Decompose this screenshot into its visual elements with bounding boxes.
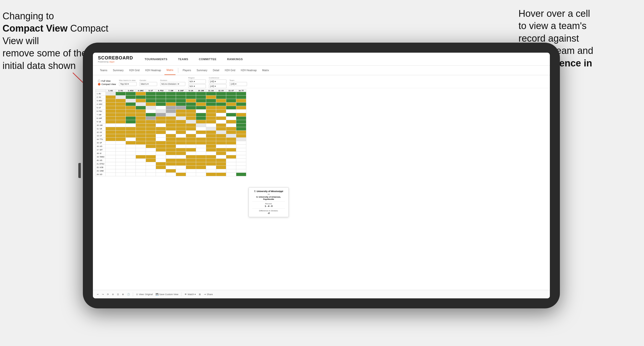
matrix-cell[interactable] [106, 134, 116, 138]
matrix-cell[interactable] [176, 162, 186, 166]
matrix-cell[interactable] [196, 141, 206, 145]
matrix-cell[interactable] [106, 92, 116, 96]
matrix-cell[interactable] [156, 148, 166, 152]
matrix-cell[interactable] [206, 159, 216, 162]
matrix-cell[interactable] [226, 159, 236, 162]
matrix-cell[interactable] [226, 99, 236, 103]
matrix-cell[interactable] [236, 92, 246, 96]
matrix-cell[interactable] [156, 113, 166, 117]
matrix-cell[interactable] [196, 169, 206, 173]
matrix-cell[interactable] [226, 152, 236, 155]
matrix-cell[interactable] [146, 96, 156, 99]
matrix-cell[interactable] [116, 134, 126, 138]
sub-nav-summary1[interactable]: Summary [111, 66, 126, 75]
matrix-cell[interactable] [136, 141, 146, 145]
matrix-cell[interactable] [156, 92, 166, 96]
matrix-cell[interactable] [196, 120, 206, 124]
matrix-cell[interactable] [216, 159, 226, 162]
matrix-cell[interactable] [146, 120, 156, 124]
matrix-cell[interactable] [106, 103, 116, 106]
matrix-cell[interactable] [236, 113, 246, 117]
matrix-cell[interactable] [216, 162, 226, 166]
matrix-cell[interactable] [196, 131, 206, 134]
matrix-cell[interactable] [226, 155, 236, 159]
matrix-cell[interactable] [176, 159, 186, 162]
conference-select[interactable]: (All) ▾ [209, 79, 226, 83]
matrix-cell[interactable] [146, 159, 156, 162]
matrix-cell[interactable] [206, 169, 216, 173]
matrix-cell[interactable] [216, 155, 226, 159]
matrix-cell[interactable] [176, 166, 186, 169]
matrix-cell[interactable] [146, 145, 156, 148]
matrix-cell[interactable] [236, 96, 246, 99]
matrix-cell[interactable] [216, 148, 226, 152]
matrix-cell[interactable] [196, 106, 206, 110]
sub-nav-summary2[interactable]: Summary [195, 66, 209, 75]
matrix-cell[interactable] [166, 110, 176, 113]
matrix-cell[interactable] [186, 134, 196, 138]
matrix-cell[interactable] [226, 169, 236, 173]
matrix-cell[interactable] [226, 92, 236, 96]
matrix-cell[interactable] [206, 99, 216, 103]
matrix-cell[interactable] [206, 120, 216, 124]
matrix-cell[interactable] [226, 103, 236, 106]
matrix-cell[interactable] [176, 120, 186, 124]
matrix-cell[interactable] [166, 103, 176, 106]
matrix-cell[interactable] [206, 138, 216, 141]
matrix-cell[interactable] [176, 113, 186, 117]
matrix-cell[interactable] [126, 145, 136, 148]
matrix-cell[interactable] [216, 169, 226, 173]
matrix-cell[interactable] [106, 148, 116, 152]
matrix-cell[interactable] [136, 152, 146, 155]
matrix-cell[interactable] [236, 124, 246, 127]
matrix-cell[interactable] [126, 117, 136, 120]
matrix-cell[interactable] [196, 117, 206, 120]
matrix-cell[interactable] [216, 127, 226, 131]
matrix-cell[interactable] [206, 110, 216, 113]
matrix-cell[interactable] [136, 148, 146, 152]
matrix-cell[interactable] [176, 106, 186, 110]
matrix-cell[interactable] [226, 145, 236, 148]
matrix-cell[interactable] [186, 155, 196, 159]
matrix-cell[interactable] [156, 145, 166, 148]
matrix-cell[interactable] [166, 162, 176, 166]
sub-nav-matrix2[interactable]: Matrix [260, 66, 271, 75]
tablet-button[interactable] [78, 163, 81, 178]
matrix-cell[interactable] [146, 99, 156, 103]
matrix-cell[interactable] [176, 124, 186, 127]
matrix-cell[interactable] [196, 99, 206, 103]
matrix-cell[interactable] [136, 110, 146, 113]
matrix-cell[interactable] [176, 141, 186, 145]
matrix-cell[interactable] [116, 106, 126, 110]
matrix-cell[interactable] [226, 124, 236, 127]
matrix-cell[interactable] [176, 92, 186, 96]
matrix-cell[interactable] [126, 103, 136, 106]
matrix-cell[interactable] [236, 103, 246, 106]
matrix-cell[interactable] [186, 173, 196, 176]
matrix-cell[interactable] [236, 173, 246, 176]
matrix-cell[interactable] [106, 110, 116, 113]
matrix-cell[interactable] [206, 103, 216, 106]
matrix-cell[interactable] [126, 138, 136, 141]
region-sub-select[interactable]: N/A ▾ [188, 84, 206, 88]
matrix-cell[interactable] [146, 134, 156, 138]
matrix-cell[interactable] [106, 166, 116, 169]
matrix-cell[interactable] [136, 92, 146, 96]
matrix-cell[interactable] [186, 106, 196, 110]
matrix-cell[interactable] [116, 113, 126, 117]
matrix-cell[interactable] [166, 106, 176, 110]
matrix-cell[interactable] [186, 152, 196, 155]
matrix-cell[interactable] [126, 92, 136, 96]
matrix-cell[interactable] [196, 127, 206, 131]
sub-nav-h2h-grid1[interactable]: H2H Grid [127, 66, 142, 75]
matrix-cell[interactable] [166, 173, 176, 176]
matrix-cell[interactable] [206, 173, 216, 176]
matrix-cell[interactable] [156, 120, 166, 124]
matrix-cell[interactable] [136, 145, 146, 148]
matrix-cell[interactable] [166, 155, 176, 159]
view-full-option[interactable]: Full View [98, 80, 116, 82]
matrix-cell[interactable] [176, 145, 186, 148]
matrix-cell[interactable] [156, 131, 166, 134]
matrix-cell[interactable] [236, 141, 246, 145]
matrix-cell[interactable] [166, 145, 176, 148]
